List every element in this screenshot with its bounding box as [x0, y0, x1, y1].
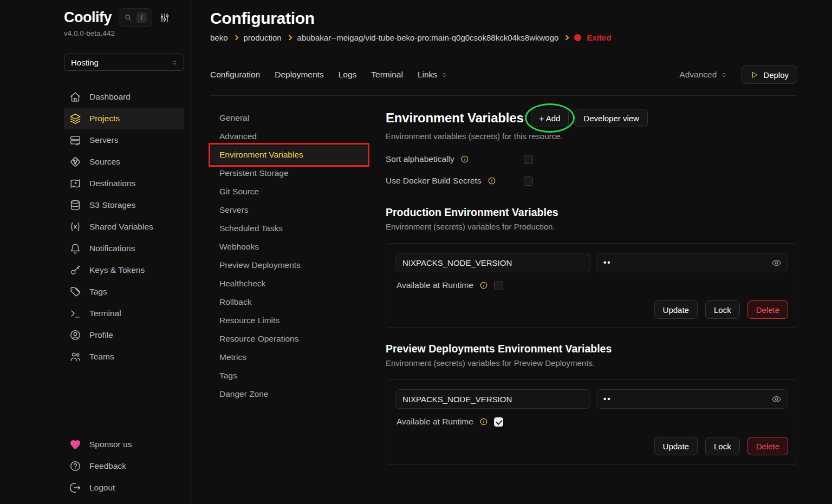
sidebar-item-profile[interactable]: Profile: [64, 324, 184, 346]
env-var-value-field[interactable]: ••: [596, 253, 788, 272]
sidebar-item-label: Keys & Tokens: [89, 265, 145, 275]
deploy-button[interactable]: Deploy: [742, 66, 797, 84]
sidebar-item-label: Shared Variables: [89, 222, 153, 232]
subnav-item-scheduled-tasks[interactable]: Scheduled Tasks: [210, 219, 368, 238]
tab-links[interactable]: Links: [418, 70, 448, 80]
status-badge: Exited: [587, 33, 611, 42]
runtime-label: Available at Runtime: [396, 417, 473, 427]
env-var-name-input[interactable]: [395, 389, 590, 409]
chevron-right-icon: [564, 35, 569, 41]
sidebar-item-servers[interactable]: Servers: [64, 129, 184, 151]
reveal-value-button[interactable]: [771, 394, 782, 404]
subnav-item-resource-limits[interactable]: Resource Limits: [210, 311, 368, 330]
sidebar-item-s3-storages[interactable]: S3 Storages: [64, 194, 184, 216]
sidebar-item-terminal[interactable]: Terminal: [64, 303, 184, 324]
breadcrumb-item[interactable]: abubakar--meigag/vid-tube-beko-pro:main-…: [297, 33, 559, 42]
search-button[interactable]: /: [119, 8, 152, 27]
team-select[interactable]: Hosting: [64, 54, 184, 71]
config-subnav: GeneralAdvancedEnvironment VariablesPers…: [210, 109, 368, 504]
delete-button[interactable]: Delete: [748, 437, 788, 455]
sidebar-item-teams[interactable]: Teams: [64, 346, 184, 368]
sliders-icon: [159, 12, 170, 23]
lock-button[interactable]: Lock: [705, 437, 740, 455]
subnav-item-rollback[interactable]: Rollback: [210, 293, 368, 311]
subnav-item-resource-operations[interactable]: Resource Operations: [210, 330, 368, 348]
advanced-dropdown-label: Advanced: [679, 70, 717, 80]
sidebar-nav: DashboardProjectsServersSourcesDestinati…: [64, 86, 184, 368]
available-at-runtime-row: Available at Runtime: [395, 280, 788, 290]
env-var-name-input[interactable]: [395, 253, 590, 272]
heart-icon: [69, 438, 81, 450]
add-env-var-button[interactable]: + Add: [531, 109, 569, 127]
sidebar-item-sources[interactable]: Sources: [64, 151, 184, 173]
tab-deployments[interactable]: Deployments: [275, 70, 323, 80]
chevron-right-icon: [233, 35, 238, 41]
sidebar-item-keys-tokens[interactable]: Keys & Tokens: [64, 259, 184, 281]
lock-button[interactable]: Lock: [705, 300, 740, 319]
info-icon: [460, 155, 469, 163]
app-logo[interactable]: Coolify: [64, 9, 112, 26]
subnav-item-general[interactable]: General: [210, 109, 368, 127]
subnav-item-advanced[interactable]: Advanced: [210, 127, 368, 146]
tab-configuration[interactable]: Configuration: [210, 70, 260, 80]
reveal-value-button[interactable]: [771, 258, 782, 268]
logout-icon: [69, 482, 81, 494]
update-button[interactable]: Update: [654, 437, 698, 455]
sidebar-item-feedback[interactable]: Feedback: [64, 455, 184, 477]
advanced-dropdown[interactable]: Advanced: [679, 70, 727, 80]
subnav-item-label: Healthcheck: [219, 279, 265, 288]
subnav-item-label: Persistent Storage: [219, 168, 289, 178]
subnav-item-healthcheck[interactable]: Healthcheck: [210, 274, 368, 293]
tab-label: Terminal: [371, 70, 403, 80]
sidebar-item-projects[interactable]: Projects: [64, 108, 184, 129]
sidebar-item-notifications[interactable]: Notifications: [64, 238, 184, 259]
sidebar-item-shared-variables[interactable]: Shared Variables: [64, 216, 184, 238]
delete-button[interactable]: Delete: [748, 300, 788, 319]
tab-logs[interactable]: Logs: [339, 70, 357, 80]
breadcrumb-item[interactable]: production: [244, 33, 282, 42]
chevron-updown-icon: [441, 71, 448, 78]
breadcrumb: bekoproductionabubakar--meigag/vid-tube-…: [210, 33, 797, 42]
subnav-item-persistent-storage[interactable]: Persistent Storage: [210, 164, 368, 182]
sidebar: Coolify / v4.0.0-beta.442 Hosting Dashbo…: [0, 0, 191, 504]
page-title: Configuration: [210, 9, 797, 28]
sidebar-item-dashboard[interactable]: Dashboard: [64, 86, 184, 108]
section-title: Production Environment Variables: [386, 206, 797, 219]
subnav-item-servers[interactable]: Servers: [210, 201, 368, 219]
breadcrumb-item[interactable]: beko: [210, 33, 228, 42]
subnav-item-git-source[interactable]: Git Source: [210, 182, 368, 201]
available-at-runtime-checkbox[interactable]: [494, 281, 503, 290]
subnav-item-preview-deployments[interactable]: Preview Deployments: [210, 256, 368, 274]
sidebar-item-logout[interactable]: Logout: [64, 477, 184, 499]
tab-terminal[interactable]: Terminal: [371, 70, 403, 80]
subnav-item-metrics[interactable]: Metrics: [210, 348, 368, 366]
sort-alphabetically-checkbox[interactable]: [524, 155, 533, 164]
sidebar-item-tags[interactable]: Tags: [64, 281, 184, 303]
subnav-item-label: Rollback: [219, 297, 251, 306]
users-icon: [69, 351, 81, 363]
subnav-item-label: Metrics: [219, 352, 246, 362]
subnav-item-webhooks[interactable]: Webhooks: [210, 238, 368, 256]
tab-label: Links: [418, 70, 437, 80]
section-description: Environment variables (secrets) for this…: [386, 132, 797, 141]
section-description: Environment (secrets) variables for Prod…: [386, 222, 797, 231]
subnav-item-label: Resource Operations: [219, 334, 298, 343]
env-var-value-field[interactable]: ••: [596, 389, 788, 409]
developer-view-button[interactable]: Developer view: [575, 109, 648, 127]
update-button[interactable]: Update: [654, 300, 698, 319]
subnav-item-danger-zone[interactable]: Danger Zone: [210, 385, 368, 403]
available-at-runtime-checkbox[interactable]: [494, 417, 503, 427]
runtime-label: Available at Runtime: [396, 280, 473, 290]
subnav-item-environment-variables[interactable]: Environment Variables: [210, 146, 368, 164]
sidebar-item-destinations[interactable]: Destinations: [64, 173, 184, 194]
chevron-updown-icon: [720, 71, 727, 78]
sidebar-item-sponsor-us[interactable]: Sponsor us: [64, 434, 184, 455]
team-select-value: Hosting: [71, 58, 99, 67]
subnav-item-tags[interactable]: Tags: [210, 366, 368, 385]
settings-sliders-button[interactable]: [159, 12, 170, 23]
home-icon: [69, 91, 81, 103]
subnav-item-label: Servers: [219, 205, 248, 214]
masked-value: ••: [603, 394, 612, 403]
docker-build-secrets-checkbox[interactable]: [524, 176, 533, 186]
status-dot: [574, 34, 581, 41]
